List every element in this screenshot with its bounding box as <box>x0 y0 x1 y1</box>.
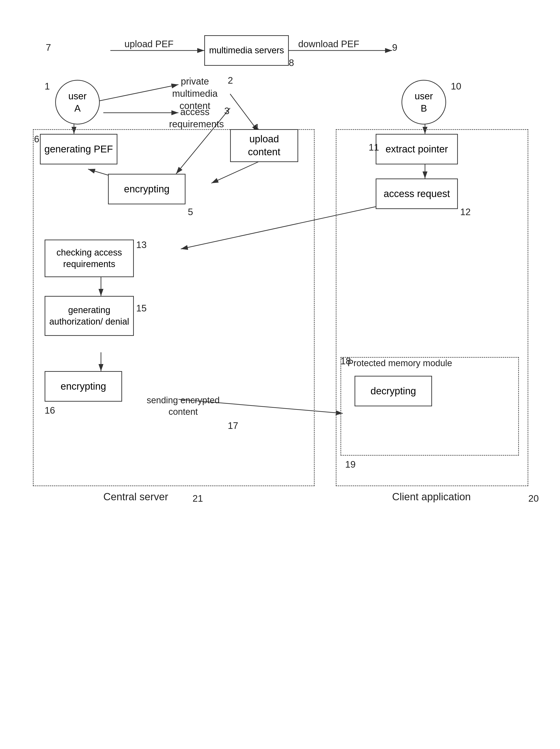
num-11: 11 <box>369 142 379 153</box>
protected-memory-label: Protected memory module <box>347 358 452 368</box>
sending-encrypted-label: sending encrypted content <box>136 394 230 418</box>
num-3: 3 <box>224 106 230 116</box>
num-19: 19 <box>345 459 356 470</box>
central-server-label: Central server <box>103 491 168 502</box>
protected-memory-box <box>341 357 519 456</box>
upload-content-label: upload content <box>233 133 295 158</box>
num-2: 2 <box>228 75 233 86</box>
upload-pef-label: upload PEF <box>125 39 173 49</box>
download-pef-label: download PEF <box>298 39 359 49</box>
num-6: 6 <box>34 134 39 145</box>
multimedia-servers-label: multimedia servers <box>209 45 284 56</box>
generating-pef-label: generating PEF <box>44 143 113 156</box>
encrypting-16-label: encrypting <box>61 380 106 393</box>
decrypting-box: decrypting <box>354 376 432 406</box>
user-a-label: userA <box>68 90 87 114</box>
checking-access-label: checking access requirements <box>48 247 131 270</box>
num-21: 21 <box>193 493 203 504</box>
access-request-box: access request <box>376 178 458 209</box>
generating-pef-box: generating PEF <box>40 134 117 165</box>
decrypting-label: decrypting <box>370 385 416 398</box>
num-12: 12 <box>460 207 471 217</box>
checking-access-box: checking access requirements <box>45 240 134 277</box>
client-application-label: Client application <box>392 491 471 502</box>
extract-pointer-box: extract pointer <box>376 134 458 165</box>
num-16: 16 <box>45 405 55 416</box>
user-a-circle: userA <box>55 80 100 125</box>
num-5: 5 <box>188 207 193 217</box>
num-15: 15 <box>136 303 147 314</box>
upload-content-box: upload content <box>230 129 298 162</box>
num-20: 20 <box>528 493 539 504</box>
user-b-label: userB <box>415 90 433 114</box>
encrypting-5-box: encrypting <box>108 174 186 204</box>
generating-auth-label: generating authorization/ denial <box>48 304 131 328</box>
encrypting-5-label: encrypting <box>124 183 170 196</box>
generating-auth-box: generating authorization/ denial <box>45 296 134 336</box>
diagram: multimedia servers upload PEF download P… <box>19 14 540 733</box>
num-10: 10 <box>451 81 461 92</box>
access-request-label: access request <box>384 188 450 200</box>
encrypting-16-box: encrypting <box>45 371 122 402</box>
multimedia-servers-box: multimedia servers <box>204 35 289 66</box>
num-13: 13 <box>136 240 147 250</box>
num-8: 8 <box>289 58 294 68</box>
num-7: 7 <box>46 42 51 53</box>
num-9: 9 <box>392 42 397 53</box>
extract-pointer-label: extract pointer <box>386 143 448 156</box>
user-b-circle: userB <box>402 80 446 125</box>
num-17: 17 <box>228 421 238 431</box>
num-1: 1 <box>45 81 50 92</box>
access-req-label: access requirements <box>169 106 221 130</box>
